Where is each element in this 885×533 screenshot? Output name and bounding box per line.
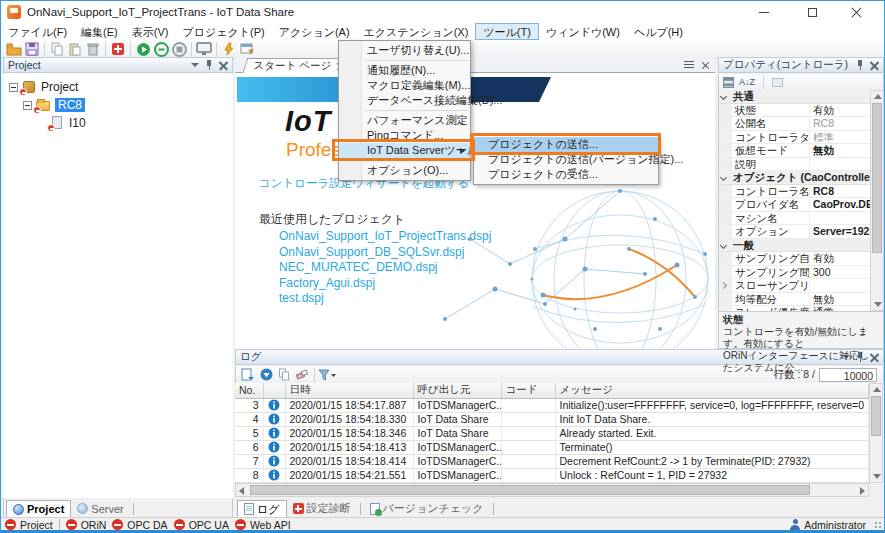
property-description-text: コントローラを有効/無効にします。有効にすると: [723, 326, 879, 350]
maximize-button[interactable]: [792, 1, 832, 23]
properties-scrollbar[interactable]: [870, 90, 884, 311]
copy-button[interactable]: [48, 41, 66, 57]
collapse-icon[interactable]: [23, 101, 32, 110]
property-row[interactable]: サンプリング自動開有効: [719, 252, 883, 266]
menu-window[interactable]: ウィンドウ(W): [539, 23, 627, 40]
tab-log[interactable]: ログ: [237, 500, 287, 517]
info-icon: [268, 413, 280, 425]
category-row[interactable]: 共通: [719, 90, 883, 104]
diagnose-button[interactable]: [109, 41, 127, 57]
menu-item-db-connection[interactable]: データベース接続編集(D)...: [339, 93, 470, 108]
menu-item-receive-project[interactable]: プロジェクトの受信...: [474, 167, 658, 182]
chevron-down-icon[interactable]: [191, 63, 199, 67]
menu-item-options[interactable]: オプション(O)...: [339, 163, 470, 178]
property-row[interactable]: オプションServer=192.168: [719, 225, 883, 239]
tab-project[interactable]: Project: [6, 500, 71, 517]
property-row[interactable]: 説明: [719, 158, 883, 172]
pin-icon[interactable]: [856, 60, 864, 70]
col-message[interactable]: メッセージ: [555, 383, 869, 398]
convert-button[interactable]: [238, 41, 256, 57]
property-row[interactable]: マシン名: [719, 212, 883, 226]
menu-file[interactable]: ファイル(F): [1, 23, 74, 40]
categorize-icon[interactable]: [723, 77, 734, 88]
resize-grip[interactable]: [874, 521, 882, 529]
menu-item-macro-edit[interactable]: マクロ定義編集(M)...: [339, 78, 470, 93]
category-row[interactable]: オブジェクト (CaoController): [719, 171, 883, 185]
menu-view[interactable]: 表示(V): [125, 23, 176, 40]
globe-icon: [77, 503, 88, 514]
menu-item-notification-history[interactable]: 通知履歴(N)...: [339, 63, 470, 78]
log-horizontal-scrollbar[interactable]: [235, 483, 869, 497]
col-code[interactable]: コード: [501, 383, 555, 398]
open-project-button[interactable]: [5, 41, 23, 57]
sort-az-icon[interactable]: A↓Z: [739, 78, 755, 87]
log-export-button[interactable]: [239, 367, 257, 383]
log-copy-button[interactable]: [275, 367, 293, 383]
menu-item-ping[interactable]: Pingコマンド...: [339, 128, 470, 143]
tab-list-icon[interactable]: [684, 61, 694, 70]
log-row[interactable]: 6 2020/01/15 18:54:18.413IoTDSManagerC..…: [235, 440, 869, 454]
property-row[interactable]: サンプリング間隔300: [719, 266, 883, 280]
tree-node-rc8[interactable]: RC8: [23, 96, 233, 114]
col-caller[interactable]: 呼び出し元: [413, 383, 501, 398]
paste-button[interactable]: [66, 41, 84, 57]
log-row[interactable]: 4 2020/01/15 18:54:18.330IoT Data ShareI…: [235, 412, 869, 426]
menu-item-iot-data-server-tools[interactable]: IoT Data Serverツール: [339, 143, 470, 158]
monitor-button[interactable]: [195, 41, 213, 57]
close-icon[interactable]: [870, 61, 879, 70]
property-row[interactable]: 均等配分無効: [719, 293, 883, 307]
minimize-button[interactable]: [744, 1, 784, 23]
property-row[interactable]: 仮想モード無効: [719, 144, 883, 158]
document-tab-bar: スタート ページ: [235, 57, 715, 73]
property-row[interactable]: プロバイダ名CaoProv.DENSO.: [719, 198, 883, 212]
col-datetime[interactable]: 日時: [285, 383, 413, 398]
performance-button[interactable]: [220, 41, 238, 57]
tab-server-label: Server: [91, 503, 123, 515]
menu-edit[interactable]: 編集(E): [74, 23, 125, 40]
stop-button[interactable]: [170, 41, 188, 57]
property-row[interactable]: 公開名RC8: [719, 117, 883, 131]
property-pages-icon[interactable]: [772, 78, 783, 87]
tree-node-project[interactable]: Project: [9, 78, 233, 96]
start-button[interactable]: [134, 41, 152, 57]
property-row[interactable]: スローサンプリング: [719, 279, 883, 293]
menu-item-performance[interactable]: パフォーマンス測定: [339, 113, 470, 128]
log-row[interactable]: 5 2020/01/15 18:54:18.346IoT Data ShareA…: [235, 426, 869, 440]
close-button[interactable]: [836, 1, 876, 23]
tab-server[interactable]: Server: [71, 500, 129, 517]
log-row[interactable]: 3 2020/01/15 18:54:17.887IoTDSManagerC..…: [235, 398, 869, 412]
property-row[interactable]: 状態有効: [719, 104, 883, 118]
col-icon[interactable]: [263, 383, 285, 398]
delete-button[interactable]: [84, 41, 102, 57]
category-row[interactable]: 一般: [719, 239, 883, 253]
status-orin-label: ORiN: [81, 519, 107, 531]
copy-icon: [278, 368, 291, 381]
log-vertical-scrollbar[interactable]: [869, 383, 883, 483]
close-document-icon[interactable]: [702, 62, 709, 69]
menu-project[interactable]: プロジェクト(P): [175, 23, 271, 40]
menu-item-send-project[interactable]: プロジェクトの送信...: [474, 137, 658, 152]
save-button[interactable]: [23, 41, 41, 57]
log-scroll-latest-button[interactable]: [257, 367, 275, 383]
menu-action[interactable]: アクション(A): [272, 23, 357, 40]
log-filter-button[interactable]: [318, 367, 336, 383]
property-row[interactable]: コントローラ名RC8: [719, 185, 883, 199]
tab-config-diagnosis[interactable]: 設定診断: [287, 500, 357, 517]
pause-button[interactable]: [152, 41, 170, 57]
tab-version-check[interactable]: バージョンチェック: [364, 500, 490, 517]
menu-item-send-project-version[interactable]: プロジェクトの送信(バージョン指定)...: [474, 152, 658, 167]
property-row[interactable]: コントローラタイプ標準: [719, 131, 883, 145]
stop-icon: [172, 42, 187, 57]
log-clear-button[interactable]: [293, 367, 311, 383]
tree-node-i10[interactable]: I10: [37, 114, 233, 132]
log-row[interactable]: 8 2020/01/15 18:54:21.551IoTDSManagerC..…: [235, 468, 869, 482]
menu-item-switch-user[interactable]: ユーザ切り替え(U)...: [339, 43, 470, 58]
pin-icon[interactable]: [205, 60, 213, 70]
col-no[interactable]: No.: [235, 383, 263, 398]
collapse-icon[interactable]: [9, 83, 18, 92]
close-icon[interactable]: [219, 61, 228, 70]
menu-extension[interactable]: エクステンション(X): [357, 23, 476, 40]
log-row[interactable]: 7 2020/01/15 18:54:18.414IoTDSManagerC..…: [235, 454, 869, 468]
menu-tools[interactable]: ツール(T): [475, 23, 539, 40]
menu-help[interactable]: ヘルプ(H): [627, 23, 690, 40]
